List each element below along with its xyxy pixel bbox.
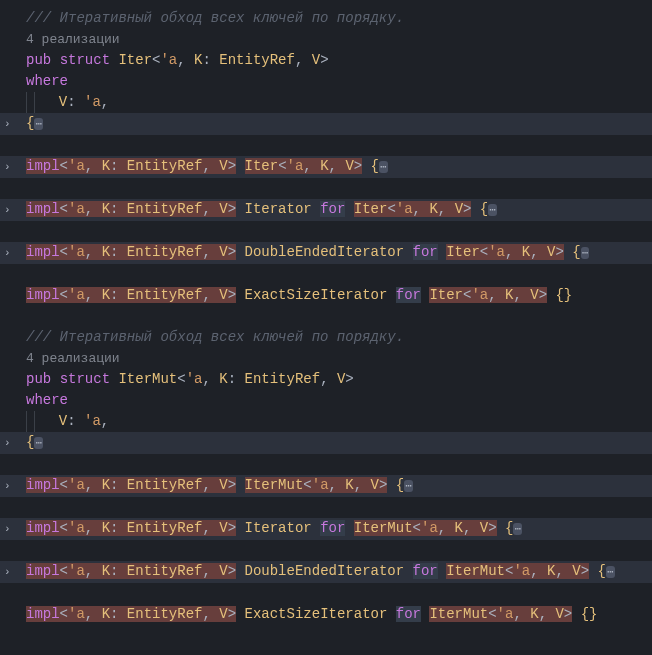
code-line: /// Итеративный обход всех ключей по пор… bbox=[0, 327, 652, 348]
keyword-pub: pub bbox=[26, 371, 51, 387]
fold-ellipsis[interactable]: ⋯ bbox=[34, 437, 43, 449]
chevron-right-icon[interactable]: › bbox=[4, 562, 11, 583]
fold-ellipsis[interactable]: ⋯ bbox=[34, 118, 43, 130]
fold-gutter[interactable]: › bbox=[4, 243, 26, 264]
code-line: impl<'a, K: EntityRef, V> ExactSizeItera… bbox=[0, 285, 652, 306]
code-line: /// Итеративный обход всех ключей по пор… bbox=[0, 8, 652, 29]
code-line: V: 'a, bbox=[0, 411, 652, 432]
chevron-right-icon[interactable]: › bbox=[4, 200, 11, 221]
fold-gutter[interactable]: › bbox=[4, 519, 26, 540]
doc-comment: /// Итеративный обход всех ключей по пор… bbox=[26, 327, 404, 348]
fold-ellipsis[interactable]: ⋯ bbox=[404, 480, 413, 492]
code-line: where bbox=[0, 390, 652, 411]
keyword-where: where bbox=[26, 71, 68, 92]
fold-ellipsis[interactable]: ⋯ bbox=[488, 204, 497, 216]
codelens-line[interactable]: 4 реализации bbox=[0, 29, 652, 50]
fold-ellipsis[interactable]: ⋯ bbox=[606, 566, 615, 578]
code-line-folded: › impl<'a, K: EntityRef, V> Iter<'a, K, … bbox=[0, 156, 652, 178]
fold-ellipsis[interactable]: ⋯ bbox=[581, 247, 590, 259]
type-name: IterMut bbox=[118, 371, 177, 387]
fold-gutter[interactable]: › bbox=[4, 562, 26, 583]
code-line: V: 'a, bbox=[0, 92, 652, 113]
doc-comment: /// Итеративный обход всех ключей по пор… bbox=[26, 8, 404, 29]
chevron-right-icon[interactable]: › bbox=[4, 476, 11, 497]
fold-gutter[interactable]: › bbox=[4, 200, 26, 221]
fold-gutter[interactable]: › bbox=[4, 157, 26, 178]
fold-gutter[interactable]: › bbox=[4, 433, 26, 454]
code-line-folded: › {⋯ bbox=[0, 432, 652, 454]
code-line-folded: › impl<'a, K: EntityRef, V> Iterator for… bbox=[0, 199, 652, 221]
code-line: pub struct IterMut<'a, K: EntityRef, V> bbox=[0, 369, 652, 390]
code-line: pub struct Iter<'a, K: EntityRef, V> bbox=[0, 50, 652, 71]
code-line: where bbox=[0, 71, 652, 92]
codelens-implementations[interactable]: 4 реализации bbox=[26, 29, 120, 50]
keyword-pub: pub bbox=[26, 52, 51, 68]
code-line-folded: › impl<'a, K: EntityRef, V> DoubleEndedI… bbox=[0, 561, 652, 583]
code-line: impl<'a, K: EntityRef, V> ExactSizeItera… bbox=[0, 604, 652, 625]
chevron-right-icon[interactable]: › bbox=[4, 243, 11, 264]
codelens-line[interactable]: 4 реализации bbox=[0, 348, 652, 369]
keyword-where: where bbox=[26, 390, 68, 411]
type-name: Iter bbox=[118, 52, 152, 68]
keyword-struct: struct bbox=[60, 52, 110, 68]
chevron-right-icon[interactable]: › bbox=[4, 114, 11, 135]
keyword-struct: struct bbox=[60, 371, 110, 387]
code-line-folded: › {⋯ bbox=[0, 113, 652, 135]
code-line-folded: › impl<'a, K: EntityRef, V> IterMut<'a, … bbox=[0, 475, 652, 497]
fold-ellipsis[interactable]: ⋯ bbox=[513, 523, 522, 535]
code-line-folded: › impl<'a, K: EntityRef, V> DoubleEndedI… bbox=[0, 242, 652, 264]
fold-ellipsis[interactable]: ⋯ bbox=[379, 161, 388, 173]
chevron-right-icon[interactable]: › bbox=[4, 433, 11, 454]
chevron-right-icon[interactable]: › bbox=[4, 157, 11, 178]
codelens-implementations[interactable]: 4 реализации bbox=[26, 348, 120, 369]
code-line-folded: › impl<'a, K: EntityRef, V> Iterator for… bbox=[0, 518, 652, 540]
fold-gutter[interactable]: › bbox=[4, 114, 26, 135]
fold-gutter[interactable]: › bbox=[4, 476, 26, 497]
chevron-right-icon[interactable]: › bbox=[4, 519, 11, 540]
